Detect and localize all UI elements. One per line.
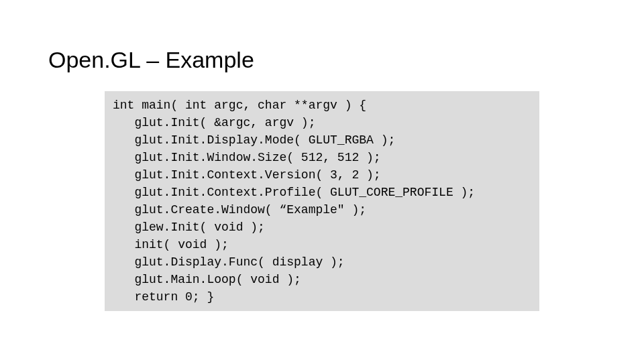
code-block: int main( int argc, char **argv ) { glut…: [105, 91, 539, 311]
slide-title: Open.GL – Example: [48, 47, 254, 73]
slide: Open.GL – Example int main( int argc, ch…: [0, 0, 644, 362]
